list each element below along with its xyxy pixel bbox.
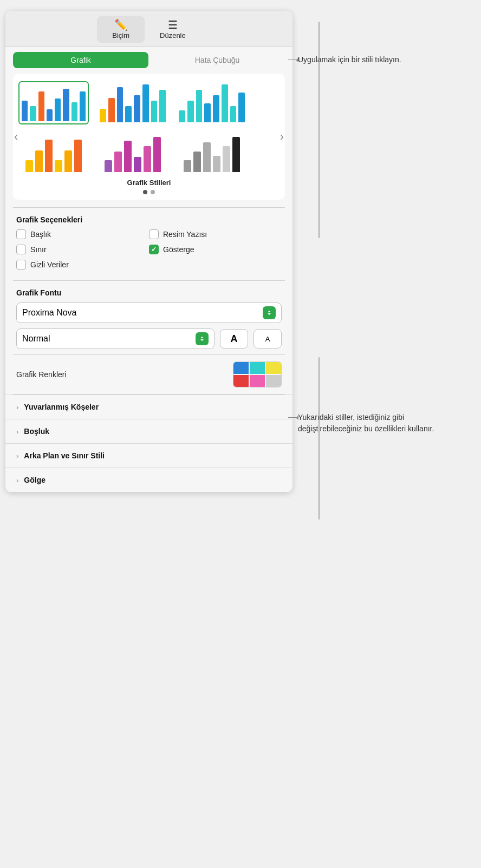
collapsible-label-2: Boşluk <box>24 427 49 436</box>
collapsible-golge[interactable]: › Gölge <box>5 468 292 492</box>
arrow-1 <box>296 58 298 62</box>
nav-right-arrow[interactable]: › <box>277 130 287 144</box>
chart-styles-grid <box>18 81 280 124</box>
checkbox-sinir[interactable]: Sınır <box>16 245 149 254</box>
collapsible-label-4: Gölge <box>24 476 46 484</box>
chevron-icon-4: › <box>16 476 18 484</box>
bicim-button[interactable]: ✏️ Biçim <box>97 16 145 43</box>
checkbox-baslik[interactable]: Başlık <box>16 229 149 239</box>
bicim-icon: ✏️ <box>114 19 128 30</box>
chart-style-6[interactable] <box>177 131 247 174</box>
color-section: Grafik Renkleri <box>5 355 292 394</box>
font-size-large-label: A <box>231 333 238 345</box>
resim-yazisi-checkbox[interactable] <box>149 229 159 239</box>
swatch-yellow[interactable] <box>266 362 281 374</box>
tab-row: Grafik Hata Çubuğu <box>5 47 292 68</box>
arrow-2 <box>296 416 298 420</box>
font-section-title: Grafik Fontu <box>16 288 282 297</box>
font-size-large-button[interactable]: A <box>220 329 248 348</box>
font-section: Grafik Fontu Proxima Nova Normal A <box>5 281 292 349</box>
duzenle-label: Düzenle <box>160 31 186 40</box>
sinir-label: Sınır <box>30 245 47 254</box>
format-panel: ✏️ Biçim ☰ Düzenle Grafik Hata Çubuğu ‹ <box>5 11 292 492</box>
bicim-label: Biçim <box>112 31 129 40</box>
chart-style-3[interactable] <box>177 81 247 124</box>
font-name-label: Proxima Nova <box>22 308 76 318</box>
collapsible-label-3: Arka Plan ve Sınır Stili <box>24 451 105 460</box>
swatch-blue[interactable] <box>233 362 249 374</box>
font-style-label: Normal <box>22 334 50 344</box>
gosterge-label: Gösterge <box>163 245 194 254</box>
annotation-2-container: Yukarıdaki stiller, istediğiniz gibi değ… <box>298 412 460 435</box>
collapsible-yuvarlak-koseler[interactable]: › Yuvarlanmış Köşeler <box>5 394 292 419</box>
collapsibles-container: › Yuvarlanmış Köşeler › Boşluk › Arka Pl… <box>5 394 292 492</box>
bracket-line-1 <box>318 22 320 238</box>
chevron-icon-1: › <box>16 403 18 411</box>
chart-options-section: Grafik Seçenekleri Başlık Resim Yazısı S… <box>5 208 292 275</box>
font-name-select[interactable]: Proxima Nova <box>16 303 282 323</box>
dot-2 <box>151 190 155 194</box>
swatch-pink[interactable] <box>250 375 265 387</box>
baslik-label: Başlık <box>30 230 51 239</box>
color-swatches[interactable] <box>233 361 282 387</box>
chart-styles-grid-2 <box>18 131 280 174</box>
gizli-veriler-label: Gizli Veriler <box>30 260 69 269</box>
checkbox-resim-yazisi[interactable]: Resim Yazısı <box>149 229 282 239</box>
toolbar: ✏️ Biçim ☰ Düzenle <box>5 11 292 47</box>
checkbox-gosterge[interactable]: Gösterge <box>149 245 282 254</box>
chart-style-1[interactable] <box>18 81 89 124</box>
main-container: ✏️ Biçim ☰ Düzenle Grafik Hata Çubuğu ‹ <box>0 11 481 492</box>
bracket-line-2 <box>318 357 320 520</box>
dot-1 <box>143 190 147 194</box>
chevron-icon-2: › <box>16 428 18 436</box>
collapsible-bosluk[interactable]: › Boşluk <box>5 419 292 443</box>
tab-grafik[interactable]: Grafik <box>13 52 148 68</box>
chart-style-5[interactable] <box>98 131 168 174</box>
annotations-area: Uygulamak için bir stili tıklayın. Yukar… <box>298 54 460 435</box>
gosterge-checkbox[interactable] <box>149 245 159 254</box>
chart-style-2[interactable] <box>98 81 168 124</box>
chart-styles-label: Grafik Stilleri <box>18 179 280 187</box>
color-label: Grafik Renkleri <box>16 370 67 379</box>
annotation-text-1: Uygulamak için bir stili tıklayın. <box>298 55 401 64</box>
annotation-line-2 <box>288 417 296 418</box>
baslik-checkbox[interactable] <box>16 229 26 239</box>
duzenle-button[interactable]: ☰ Düzenle <box>145 16 201 43</box>
chart-style-4[interactable] <box>18 131 89 174</box>
annotation-line-1 <box>288 60 296 60</box>
sinir-checkbox[interactable] <box>16 245 26 254</box>
checkbox-row: Başlık Resim Yazısı Sınır Gösterge Gizli… <box>16 229 282 275</box>
font-style-select[interactable]: Normal <box>16 328 214 349</box>
annotation-1-container: Uygulamak için bir stili tıklayın. <box>298 54 460 65</box>
chevron-icon-3: › <box>16 452 18 460</box>
resim-yazisi-label: Resim Yazısı <box>163 230 207 239</box>
style-stepper-icon[interactable] <box>196 332 209 345</box>
swatch-gray[interactable] <box>266 375 281 387</box>
chart-styles-section: ‹ <box>13 74 285 200</box>
swatch-teal[interactable] <box>250 362 265 374</box>
pagination-dots <box>18 190 280 194</box>
font-style-row: Normal A A <box>16 328 282 349</box>
font-stepper-icon[interactable] <box>263 306 276 319</box>
font-size-small-label: A <box>265 335 270 343</box>
tab-hata-cubugu[interactable]: Hata Çubuğu <box>150 52 285 68</box>
collapsible-label-1: Yuvarlanmış Köşeler <box>24 403 99 411</box>
font-size-small-button[interactable]: A <box>253 329 282 348</box>
duzenle-icon: ☰ <box>168 19 178 30</box>
swatch-red[interactable] <box>233 375 249 387</box>
gizli-veriler-checkbox[interactable] <box>16 260 26 269</box>
checkbox-gizli-veriler[interactable]: Gizli Veriler <box>16 260 282 269</box>
chart-options-title: Grafik Seçenekleri <box>16 215 282 224</box>
collapsible-arka-plan[interactable]: › Arka Plan ve Sınır Stili <box>5 443 292 468</box>
